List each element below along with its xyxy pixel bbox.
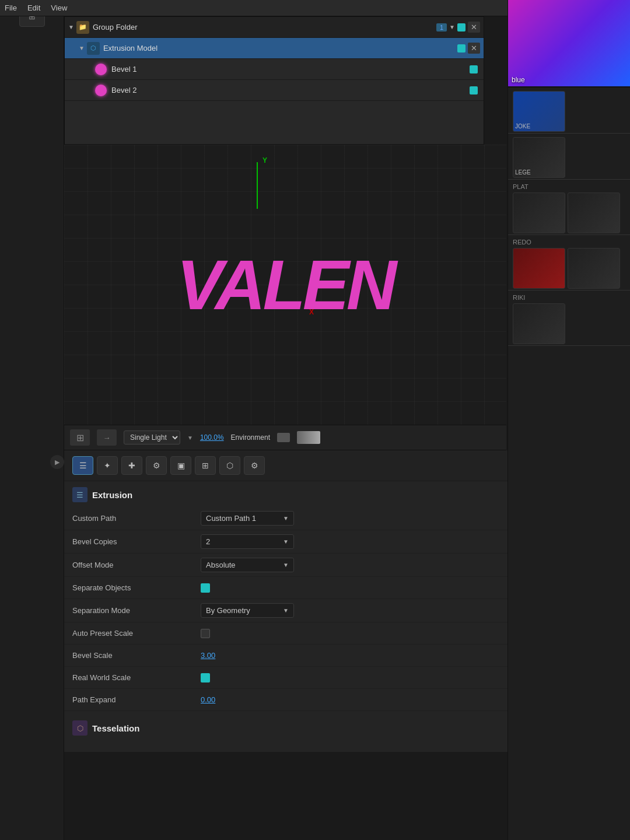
path-expand-value[interactable]: 0.00 xyxy=(201,695,215,704)
dropdown-indicator: ▼ xyxy=(187,435,193,441)
bevel-copies-value: 2 xyxy=(206,537,210,546)
menu-file[interactable]: File xyxy=(5,4,17,12)
extrusion-close-button[interactable]: ✕ xyxy=(468,43,480,54)
extrusion-section-header: ☰ Extrusion xyxy=(64,481,554,507)
asset-thumb-plat[interactable] xyxy=(513,192,565,233)
offset-mode-arrow-icon: ▼ xyxy=(283,562,289,568)
auto-preset-scale-label: Auto Preset Scale xyxy=(72,629,201,638)
separation-mode-value: By Geometry xyxy=(206,606,250,615)
auto-preset-scale-control xyxy=(201,629,546,638)
layer-num-badge: 1 xyxy=(436,23,447,32)
toolbar-icon-settings[interactable]: ⚙ xyxy=(146,456,167,475)
zoom-level[interactable]: 100.0% xyxy=(200,433,224,442)
bevel-scale-value[interactable]: 3.00 xyxy=(201,651,215,660)
environment-preview xyxy=(297,431,320,444)
bevel-copies-arrow-icon: ▼ xyxy=(283,538,289,545)
tesselation-icon: ⬡ xyxy=(72,720,88,736)
toolbar-icon-add[interactable]: ✚ xyxy=(121,456,142,475)
offset-mode-row: Offset Mode Absolute ▼ xyxy=(64,554,554,577)
group-folder-label: Group Folder xyxy=(93,23,436,32)
asset-thumb-row-lege: LEGE xyxy=(513,137,625,178)
custom-path-dropdown[interactable]: Custom Path 1 ▼ xyxy=(201,511,294,526)
real-world-scale-control xyxy=(201,673,546,682)
light-mode-select[interactable]: Single Light xyxy=(124,430,180,444)
asset-thumb-row: JOKE xyxy=(513,91,625,132)
toolbar-icon-text[interactable]: ✦ xyxy=(97,456,118,475)
layer-group-folder[interactable]: ▼ 📁 Group Folder 1 ▼ ✕ xyxy=(65,17,484,38)
separate-objects-control xyxy=(201,583,546,593)
dropdown-icon: ▼ xyxy=(449,24,455,30)
asset-thumb-row-redo xyxy=(513,248,625,289)
environment-swatch[interactable] xyxy=(277,433,290,442)
toolbar-icon-layout[interactable]: ⊞ xyxy=(195,456,216,475)
menu-edit[interactable]: Edit xyxy=(27,4,40,12)
separate-objects-checkbox[interactable] xyxy=(201,583,210,593)
auto-preset-scale-row: Auto Preset Scale xyxy=(64,622,554,645)
toolbar-icon-shape[interactable]: ⬡ xyxy=(219,456,240,475)
expand-arrow-icon-2: ▼ xyxy=(79,45,85,51)
viewport: Y X VALEN xyxy=(64,145,506,425)
asset-section-redo: REDO xyxy=(508,235,630,290)
dropdown-arrow-icon: ▼ xyxy=(283,515,289,522)
real-world-scale-checkbox[interactable] xyxy=(201,673,210,682)
asset-section-lege: LEGE xyxy=(508,134,630,180)
right-panel: blue JOKE LEGE Plat REDO R xyxy=(508,0,630,840)
bevel-copies-row: Bevel Copies 2 ▼ xyxy=(64,530,554,554)
asset-thumb-row-riki xyxy=(513,303,625,344)
sidebar-toggle-arrow[interactable]: ▶ xyxy=(50,455,64,469)
bevel-copies-field[interactable]: 2 ▼ xyxy=(201,534,294,549)
path-expand-row: Path Expand 0.00 xyxy=(64,689,554,711)
layer-extrusion-model[interactable]: ▼ ⬡ Extrusion Model ✕ xyxy=(65,38,484,59)
menu-view[interactable]: View xyxy=(51,4,67,12)
3d-viewport-text: VALEN xyxy=(177,244,394,325)
custom-path-value: Custom Path 1 xyxy=(206,514,256,523)
bottom-toolbar: ⊞ → Single Light ▼ 100.0% Environment xyxy=(64,425,506,450)
offset-mode-value: Absolute xyxy=(206,561,236,569)
bevel-copies-control: 2 ▼ xyxy=(201,534,546,549)
asset-thumb-lege[interactable]: LEGE xyxy=(513,137,565,178)
offset-mode-control: Absolute ▼ xyxy=(201,558,546,572)
y-axis-label: Y xyxy=(262,156,267,164)
toolbar-icon-gear[interactable]: ⚙ xyxy=(244,456,265,475)
separation-mode-arrow-icon: ▼ xyxy=(283,607,289,614)
asset-thumb-riki[interactable] xyxy=(513,303,565,344)
arrow-icon-button[interactable]: → xyxy=(97,429,117,446)
asset-thumb-plat2[interactable] xyxy=(568,192,620,233)
layer-bevel2[interactable]: Bevel 2 xyxy=(65,80,484,101)
separation-mode-dropdown[interactable]: By Geometry ▼ xyxy=(201,603,294,618)
tesselation-section-header: ⬡ Tesselation xyxy=(64,713,554,740)
asset-thumb-row-plat xyxy=(513,192,625,233)
left-sidebar: ⊞ xyxy=(0,0,64,840)
extrusion-icon: ☰ xyxy=(72,487,88,502)
asset-thumb-redo[interactable] xyxy=(513,248,565,289)
asset-thumb-redo2[interactable] xyxy=(568,248,620,289)
layer-color-square xyxy=(457,23,466,32)
tesselation-title: Tesselation xyxy=(92,723,139,733)
real-world-scale-row: Real World Scale xyxy=(64,667,554,689)
extrusion-model-label: Extrusion Model xyxy=(103,44,457,52)
layer-bevel1[interactable]: Bevel 1 xyxy=(65,59,484,80)
toolbar-icon-grid[interactable]: ▣ xyxy=(170,456,191,475)
y-axis xyxy=(257,162,258,209)
top-thumbnail-label: blue xyxy=(512,76,525,84)
asset-section-plat: Plat xyxy=(508,180,630,235)
auto-preset-scale-checkbox[interactable] xyxy=(201,629,210,638)
toolbar-icon-extrusion[interactable]: ☰ xyxy=(72,456,93,475)
right-top-thumbnail[interactable]: blue xyxy=(508,0,630,88)
icon-toolbar: ☰ ✦ ✚ ⚙ ▣ ⊞ ⬡ ⚙ xyxy=(64,450,554,481)
offset-mode-dropdown[interactable]: Absolute ▼ xyxy=(201,558,294,572)
bevel1-dot-icon xyxy=(95,64,107,75)
layer-close-button[interactable]: ✕ xyxy=(468,22,480,33)
lege-thumb-label: LEGE xyxy=(515,169,531,176)
redo-section-title: REDO xyxy=(513,239,625,246)
real-world-scale-label: Real World Scale xyxy=(72,673,201,682)
bevel-scale-row: Bevel Scale 3.00 xyxy=(64,645,554,667)
separate-objects-label: Separate Objects xyxy=(72,583,201,592)
custom-path-label: Custom Path xyxy=(72,514,201,523)
plat-section-title: Plat xyxy=(513,183,625,190)
riki-section-title: RIKI xyxy=(513,294,625,301)
model-icon: ⬡ xyxy=(87,42,100,55)
asset-thumb-joke[interactable]: JOKE xyxy=(513,91,565,132)
joke-thumb-label: JOKE xyxy=(515,123,530,130)
screen-icon-button[interactable]: ⊞ xyxy=(70,429,90,446)
